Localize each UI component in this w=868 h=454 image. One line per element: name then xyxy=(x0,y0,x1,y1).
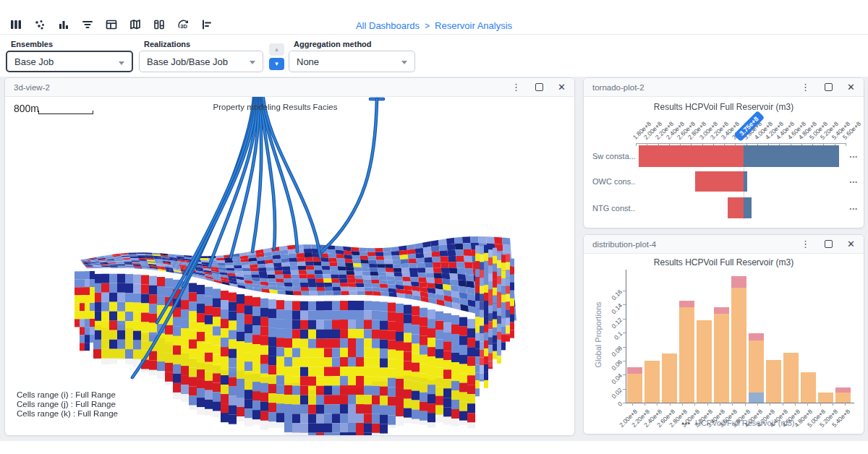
breadcrumb-all-dashboards[interactable]: All Dashboards xyxy=(356,20,420,31)
y-tick-label: 0.08 xyxy=(610,344,624,358)
settings-row: Ensembles Base Job Realizations Base Job… xyxy=(0,35,868,77)
y-tick-label: 0.02 xyxy=(610,386,624,400)
step-up-button[interactable]: ▲ xyxy=(269,43,284,56)
aggregation-label: Aggregation method xyxy=(294,40,415,48)
tornado-bar-low[interactable] xyxy=(695,171,743,192)
aggregation-value: None xyxy=(297,56,319,67)
histogram-bar-segment[interactable] xyxy=(627,374,642,403)
histogram-bar-segment[interactable] xyxy=(697,320,712,403)
histogram-bar-segment[interactable] xyxy=(749,340,764,393)
distribution-chart-title: Results HCPVoil Full Reservoir (m3) xyxy=(584,257,864,267)
histogram-bar-segment[interactable] xyxy=(714,307,729,314)
breadcrumb-separator: > xyxy=(425,21,430,31)
maximize-icon[interactable] xyxy=(825,83,833,91)
tornado-chart: Results HCPVoil Full Reservoir (m3) 1.80… xyxy=(584,97,864,228)
axis-tick xyxy=(807,403,808,406)
kebab-menu-icon[interactable]: ⋮ xyxy=(801,82,810,92)
histogram-bar-segment[interactable] xyxy=(714,314,729,403)
histogram-bar-segment[interactable] xyxy=(835,387,851,393)
kebab-menu-icon[interactable]: ⋮ xyxy=(801,239,810,249)
close-icon[interactable]: ✕ xyxy=(558,82,566,92)
histogram-bar-segment[interactable] xyxy=(627,367,642,374)
histogram-bar-segment[interactable] xyxy=(835,393,851,403)
panel-title: 3d-view-2 xyxy=(14,83,50,92)
y-tick-label: 0.06 xyxy=(610,358,624,372)
realizations-select[interactable]: Base Job/Base Job xyxy=(139,51,263,72)
axis-tick xyxy=(694,403,695,406)
realizations-label: Realizations xyxy=(144,40,263,48)
top-bar: 3D All Dashboards>Reservoir Analysis xyxy=(0,0,868,35)
axis-tick xyxy=(707,403,708,406)
row-menu-dots[interactable]: ••• xyxy=(850,179,858,185)
breadcrumb-reservoir-analysis[interactable]: Reservoir Analysis xyxy=(435,20,512,31)
axis-tick xyxy=(770,403,770,406)
histogram-bar-segment[interactable] xyxy=(679,307,694,403)
3d-plot-title: Property modeling Results Facies xyxy=(5,103,545,111)
realizations-field: Realizations Base Job/Base Job xyxy=(139,40,263,72)
tornado-bar-low[interactable] xyxy=(639,145,744,167)
axis-tick xyxy=(632,403,633,406)
axis-tick xyxy=(745,403,746,406)
axis-tick xyxy=(623,389,626,390)
axis-tick xyxy=(623,374,626,375)
y-axis-title: Global Proportions xyxy=(594,299,603,371)
kebab-menu-icon[interactable]: ⋮ xyxy=(511,82,521,92)
cells-range-readout: Cells range (i) : Full Range Cells range… xyxy=(17,390,118,419)
dashboard-content: 3d-view-2 ⋮ ✕ 800m Property modeling Res… xyxy=(0,77,868,441)
maximize-icon[interactable] xyxy=(825,240,833,248)
aggregation-select[interactable]: None xyxy=(289,51,415,72)
distribution-chart: Results HCPVoil Full Reservoir (m3) Glob… xyxy=(584,254,864,434)
tornado-bar-low[interactable] xyxy=(728,197,743,218)
y-tick-label: 0.16 xyxy=(610,288,624,302)
y-tick-label: 0.04 xyxy=(610,372,624,386)
3d-viewport: 800m Property modeling Results Facies Ce… xyxy=(5,97,574,436)
histogram-bar-segment[interactable] xyxy=(731,288,746,403)
3d-scene-canvas[interactable] xyxy=(5,97,574,436)
ensembles-select[interactable]: Base Job xyxy=(6,51,133,72)
cells-range-i: Cells range (i) : Full Range xyxy=(17,390,118,400)
histogram-bar-segment[interactable] xyxy=(644,361,660,403)
axis-tick xyxy=(846,143,846,146)
axis-tick xyxy=(623,304,626,305)
maximize-icon[interactable] xyxy=(535,83,543,91)
close-icon[interactable]: ✕ xyxy=(847,82,855,92)
histogram-bar-segment[interactable] xyxy=(749,393,764,403)
cells-range-j: Cells range (j) : Full Range xyxy=(17,400,118,409)
tornado-bar-high[interactable] xyxy=(744,171,747,192)
histogram-bar-segment[interactable] xyxy=(731,276,746,288)
y-tick-label: 0.1 xyxy=(613,330,624,341)
realizations-value: Base Job/Base Job xyxy=(147,56,228,67)
row-menu-dots[interactable]: ••• xyxy=(850,153,858,160)
close-icon[interactable]: ✕ xyxy=(847,239,855,249)
panel-distribution-header: distribution-plot-4 ⋮ ✕ xyxy=(584,235,864,254)
axis-tick xyxy=(682,403,683,406)
axis-tick xyxy=(623,361,626,361)
histogram-bar-segment[interactable] xyxy=(801,372,816,403)
tornado-bar-high[interactable] xyxy=(744,197,752,218)
histogram-bar-segment[interactable] xyxy=(818,393,833,403)
tornado-row-label: OWC cons... xyxy=(592,177,636,186)
panel-title: tornado-plot-2 xyxy=(592,83,644,92)
tornado-bar-high[interactable] xyxy=(744,145,839,167)
ensembles-label: Ensembles xyxy=(11,40,133,48)
histogram-bar-segment[interactable] xyxy=(783,353,799,403)
breadcrumb: All Dashboards>Reservoir Analysis xyxy=(0,20,868,31)
histogram-bar-segment[interactable] xyxy=(749,333,764,340)
axis-tick xyxy=(623,333,626,333)
axis-tick xyxy=(795,403,796,406)
chevron-down-icon xyxy=(250,61,255,64)
row-menu-dots[interactable]: ••• xyxy=(850,205,858,212)
axis-tick xyxy=(845,403,846,406)
panel-3d-view: 3d-view-2 ⋮ ✕ 800m Property modeling Res… xyxy=(4,77,575,436)
realization-stepper: ▲ ▼ xyxy=(269,43,284,72)
histogram-bar-segment[interactable] xyxy=(662,354,677,403)
y-tick-label: 0 xyxy=(616,400,624,407)
axis-tick xyxy=(623,403,626,403)
axis-tick xyxy=(720,403,720,406)
histogram-bar-segment[interactable] xyxy=(766,360,781,403)
ensembles-field: Ensembles Base Job xyxy=(6,40,133,72)
step-down-button[interactable]: ▼ xyxy=(269,58,284,70)
histogram-bar-segment[interactable] xyxy=(679,301,694,308)
panel-tornado-plot: tornado-plot-2 ⋮ ✕ Results HCPVoil Full … xyxy=(583,77,864,228)
axis-tick xyxy=(757,403,758,406)
